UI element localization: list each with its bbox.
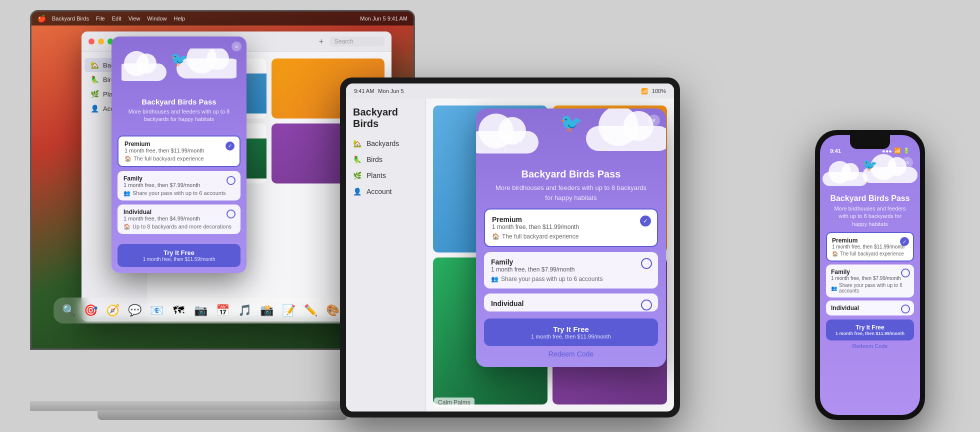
menubar-right: Mon Jun 5 9:41 AM bbox=[360, 16, 408, 22]
iphone-plan-name-family: Family bbox=[831, 268, 909, 276]
feature-icon-family: 👥 bbox=[124, 190, 130, 196]
mac-plan-price-premium: 1 month free, then $11.99/month bbox=[124, 148, 234, 154]
macbook-base bbox=[98, 410, 348, 420]
menu-help[interactable]: Help bbox=[174, 16, 185, 22]
mac-cloud-area: 🐦 bbox=[122, 48, 236, 94]
ipad-modal-subtitle: More birdhouses and feeders with up to 8… bbox=[476, 183, 666, 208]
ipad-sidebar-birds[interactable]: 🦜 Birds bbox=[346, 152, 426, 168]
mac-bird-icon: 🐦 bbox=[170, 51, 188, 68]
ipad-battery: 100% bbox=[652, 88, 666, 94]
iphone-plan-radio-individual[interactable] bbox=[901, 304, 910, 314]
menu-app-name[interactable]: Backyard Birds bbox=[52, 16, 89, 22]
macbook-menubar: 🍎 Backyard Birds File Edit View Window H… bbox=[32, 12, 414, 26]
ipad-statusbar: 9:41 AM Mon Jun 5 📶 100% bbox=[346, 84, 674, 98]
ipad-plan-individual[interactable]: Individual bbox=[484, 294, 658, 312]
dock-paint[interactable]: 🎨 bbox=[322, 300, 342, 320]
iphone-redeem-code[interactable]: Redeem Code bbox=[826, 340, 914, 352]
dock-finder[interactable]: 🔍 bbox=[58, 300, 78, 320]
ipad-sidebar-account[interactable]: 👤 Account bbox=[346, 184, 426, 200]
ipad-plan-feature-premium: 🏠 The full backyard experience bbox=[492, 233, 650, 240]
iphone-try-free-button[interactable]: Try It Free 1 month free, then $11.99/mo… bbox=[826, 320, 914, 340]
ipad-plan-radio-family[interactable] bbox=[641, 258, 652, 269]
iphone-plan-individual[interactable]: Individual bbox=[826, 300, 914, 316]
dock-launchpad[interactable]: 🎯 bbox=[80, 300, 100, 320]
ipad-plan-feature-family: 👥 Share your pass with up to 6 accounts bbox=[491, 276, 651, 282]
dock-maps[interactable]: 🗺 bbox=[168, 300, 188, 320]
menu-view[interactable]: View bbox=[128, 16, 140, 22]
window-toolbar: + Search bbox=[319, 36, 384, 46]
ipad-try-free-button[interactable]: Try It Free 1 month free, then $11.99/mo… bbox=[484, 318, 658, 346]
dock-sketch[interactable]: ✏️ bbox=[300, 300, 320, 320]
menu-file[interactable]: File bbox=[96, 16, 105, 22]
ipad-plan-premium[interactable]: Premium 1 month free, then $11.99/month … bbox=[484, 208, 658, 247]
ipad-feature-icon-premium: 🏠 bbox=[492, 233, 500, 240]
mac-plan-name-premium: Premium bbox=[124, 140, 234, 148]
mac-plan-family[interactable]: Family 1 month free, then $7.99/month 👥 … bbox=[118, 171, 240, 200]
ipad-plan-radio-individual[interactable] bbox=[641, 300, 652, 310]
mac-modal-subtitle: More birdhouses and feeders with up to 8… bbox=[122, 108, 236, 124]
ipad-body: Backyard Birds 🏡 Backyards 🦜 Birds 🌿 Pla… bbox=[346, 98, 674, 412]
ipad-plan-radio-premium[interactable] bbox=[640, 216, 651, 226]
mac-modal-plans: Premium 1 month free, then $11.99/month … bbox=[112, 132, 246, 238]
dock-notes[interactable]: 📝 bbox=[278, 300, 298, 320]
iphone-modal-close-button[interactable]: × bbox=[902, 157, 913, 168]
mac-try-free-button[interactable]: Try It Free 1 month free, then $11.59/mo… bbox=[118, 244, 240, 267]
ipad-time: 9:41 AM bbox=[354, 88, 374, 94]
ipad-status-right: 📶 100% bbox=[641, 88, 666, 94]
mac-plan-name-family: Family bbox=[124, 175, 234, 182]
dock-safari[interactable]: 🧭 bbox=[102, 300, 122, 320]
ipad-screen: 9:41 AM Mon Jun 5 📶 100% Backyard Birds … bbox=[346, 84, 674, 412]
iphone-footer: Try It Free 1 month free, then $11.99/mo… bbox=[825, 316, 915, 354]
dock-photos[interactable]: 📸 bbox=[256, 300, 276, 320]
iphone-plan-name-premium: Premium bbox=[832, 237, 908, 244]
traffic-lights bbox=[88, 38, 114, 44]
ipad-sidebar-plants[interactable]: 🌿 Plants bbox=[346, 168, 426, 184]
ipad-plan-price-family: 1 month free, then $7.99/month bbox=[491, 266, 651, 273]
dock-mail[interactable]: 📧 bbox=[146, 300, 166, 320]
mac-plan-radio-premium[interactable] bbox=[226, 142, 234, 150]
mac-plan-feature-family: 👥 Share your pass with up to 6 accounts bbox=[124, 190, 234, 196]
ipad-backyards-icon: 🏡 bbox=[353, 140, 362, 148]
iphone-plan-name-individual: Individual bbox=[831, 304, 909, 312]
mac-plan-individual[interactable]: Individual 1 month free, then $4.99/mont… bbox=[118, 204, 240, 234]
iphone-feat-icon-premium: 🏠 bbox=[832, 251, 838, 256]
mac-plan-radio-individual[interactable] bbox=[226, 210, 236, 218]
mac-modal-footer: Try It Free 1 month free, then $11.59/mo… bbox=[112, 238, 246, 273]
mac-plan-radio-family[interactable] bbox=[226, 176, 236, 185]
mac-subscription-modal: × 🐦 Backyard Birds Pass More birdhouses … bbox=[112, 36, 246, 273]
feature-icon-individual: 🏠 bbox=[124, 224, 130, 230]
minimize-button[interactable] bbox=[98, 38, 104, 44]
ipad-account-icon: 👤 bbox=[353, 188, 362, 196]
ipad-sidebar-backyards[interactable]: 🏡 Backyards bbox=[346, 136, 426, 152]
menu-edit[interactable]: Edit bbox=[112, 16, 122, 22]
dock-facetime[interactable]: 📷 bbox=[190, 300, 210, 320]
dock-music[interactable]: 🎵 bbox=[234, 300, 254, 320]
backyards-icon: 🏡 bbox=[90, 61, 99, 69]
mac-plan-feature-individual: 🏠 Up to 8 backyards and more decorations bbox=[124, 224, 234, 230]
ipad-modal-close-button[interactable]: × bbox=[648, 114, 660, 126]
iphone-plan-feature-premium: 🏠 The full backyard experience bbox=[832, 251, 908, 256]
menu-window[interactable]: Window bbox=[147, 16, 166, 22]
ipad-sidebar-title: Backyard Birds bbox=[346, 106, 426, 136]
ipad-cloud-1 bbox=[476, 131, 538, 154]
iphone-plan-feature-family: 👥 Share your pass with up to 6 accounts bbox=[831, 282, 909, 294]
feature-icon-premium: 🏠 bbox=[124, 156, 132, 162]
close-button[interactable] bbox=[88, 38, 94, 44]
dock-messages[interactable]: 💬 bbox=[124, 300, 144, 320]
iphone-cloud-1 bbox=[822, 172, 868, 186]
ipad-plan-family[interactable]: Family 1 month free, then $7.99/month 👥 … bbox=[484, 252, 658, 288]
add-button[interactable]: + bbox=[319, 37, 324, 46]
ipad-plan-price-premium: 1 month free, then $11.99/month bbox=[492, 224, 650, 230]
dock-calendar[interactable]: 📅 bbox=[212, 300, 232, 320]
mac-modal-close-button[interactable]: × bbox=[232, 42, 242, 52]
iphone-plan-premium[interactable]: Premium 1 month free, then $11.99/month … bbox=[826, 232, 914, 262]
ipad-redeem-code[interactable]: Redeem Code bbox=[484, 346, 658, 362]
mac-plan-premium[interactable]: Premium 1 month free, then $11.99/month … bbox=[118, 136, 240, 167]
ipad-date: Mon Jun 5 bbox=[378, 88, 404, 94]
calm-palms-label: Calm Palms bbox=[434, 398, 474, 408]
search-bar[interactable]: Search bbox=[330, 36, 384, 46]
iphone-feat-icon-family: 👥 bbox=[831, 286, 837, 291]
ipad-sidebar: Backyard Birds 🏡 Backyards 🦜 Birds 🌿 Pla… bbox=[346, 98, 426, 412]
iphone-plan-family[interactable]: Family 1 month free, then $7.99/month 👥 … bbox=[826, 264, 914, 298]
ipad-plan-name-individual: Individual bbox=[491, 300, 651, 308]
